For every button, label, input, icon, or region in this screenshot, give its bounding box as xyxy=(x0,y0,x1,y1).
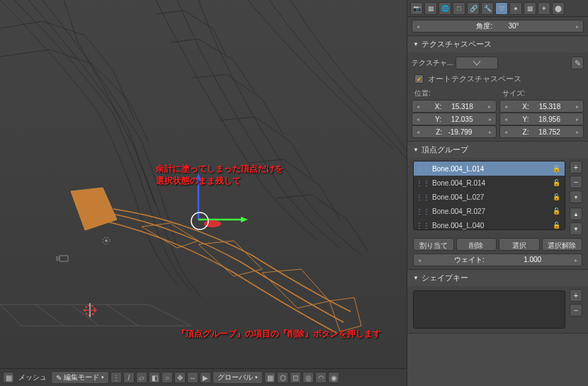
vertex-group-item[interactable]: ⋮⋮Bone.004_L.040🔓 xyxy=(414,218,565,230)
svg-point-9 xyxy=(191,212,208,229)
select-mode-edge[interactable]: / xyxy=(123,372,135,383)
vgroup-icon: ⋮⋮ xyxy=(418,178,428,188)
add-shapekey-button[interactable]: + xyxy=(570,289,582,302)
manipulator-translate[interactable]: ▶ xyxy=(200,372,211,383)
size-z-input[interactable]: ◂Z: 18.752▸ xyxy=(499,125,584,138)
tab-render[interactable]: 📷 xyxy=(410,2,423,15)
auto-texspace-label: オートテクスチャスペース xyxy=(428,74,521,84)
angle-input[interactable]: ◂ 角度: 30° ▸ xyxy=(412,20,584,33)
tab-physics[interactable]: ⬤ xyxy=(552,2,565,15)
vgroup-icon: ⋮⋮ xyxy=(418,192,428,202)
pivot-icon[interactable]: ✥ xyxy=(174,372,186,383)
add-vgroup-button[interactable]: + xyxy=(570,161,582,174)
selection-circle xyxy=(190,211,210,231)
snap-type-icon[interactable]: ⊡ xyxy=(290,372,301,383)
svg-marker-3 xyxy=(241,217,248,222)
weight-input[interactable]: ◂ ウェイト: 1.000 ▸ xyxy=(413,254,582,266)
mode-dropdown[interactable]: ✎編集モード▾ xyxy=(51,371,109,384)
remove-shapekey-button[interactable]: − xyxy=(570,304,582,317)
tab-scene[interactable]: ▦ xyxy=(424,2,437,15)
shape-keys-header[interactable]: ▼シェイプキー xyxy=(407,270,588,286)
vertex-group-item[interactable]: ⋮⋮Bone.004_L.027🔓 xyxy=(414,190,565,204)
orientation-dropdown[interactable]: グローバル▾ xyxy=(213,371,263,384)
vgroup-icon: ⋮⋮ xyxy=(418,206,428,216)
size-x-input[interactable]: ◂X: 15.318▸ xyxy=(499,100,584,113)
lock-icon[interactable]: 🔓 xyxy=(553,179,560,186)
position-label: 位置: xyxy=(412,87,497,100)
texture-label: テクスチャ... xyxy=(412,58,453,68)
tab-world[interactable]: 🌐 xyxy=(439,2,451,15)
opengl-render-icon[interactable]: ◉ xyxy=(328,372,339,383)
3d-viewport[interactable]: 余計に塗ってしまった頂点だけを 選択状態のまま残して 『頂点グループ』の項目の『… xyxy=(0,0,407,368)
tab-particle[interactable]: ✦ xyxy=(538,2,550,15)
mesh-label: メッシュ xyxy=(16,373,50,382)
remove-button[interactable]: 削除 xyxy=(456,238,497,251)
remove-vgroup-button[interactable]: − xyxy=(570,176,582,188)
svg-point-8 xyxy=(106,240,108,242)
select-mode-vertex[interactable]: ⋮ xyxy=(111,372,122,383)
proportional-falloff[interactable]: ◠ xyxy=(315,372,327,383)
texture-space-header[interactable]: ▼テクスチャスペース xyxy=(407,36,588,52)
camera-icon xyxy=(57,256,68,261)
lock-icon[interactable]: 🔓 xyxy=(553,193,560,200)
shape-key-list[interactable] xyxy=(413,290,565,329)
editor-type-icon[interactable]: ▦ xyxy=(3,372,14,383)
size-label: サイズ: xyxy=(499,87,584,100)
lock-icon[interactable]: 🔓 xyxy=(553,222,560,229)
proportional-icon[interactable]: ◎ xyxy=(303,372,314,383)
vgroup-icon: ⋮⋮ xyxy=(418,164,428,174)
lock-icon[interactable]: 🔓 xyxy=(553,208,560,215)
properties-panel: 📷 ▦ 🌐 □ 🔗 🔧 ▽ ● ▩ ✦ ⬤ ◂ 角度: 30° ▸ ▼テクスチャ… xyxy=(407,0,588,386)
pos-z-input[interactable]: ◂Z: -19.799▸ xyxy=(412,125,497,138)
eyedropper-icon[interactable]: ✎ xyxy=(571,57,584,69)
move-vgroup-up[interactable]: ▲ xyxy=(570,208,582,220)
texture-coord-dropdown[interactable] xyxy=(456,57,498,69)
property-tabs: 📷 ▦ 🌐 □ 🔗 🔧 ▽ ● ▩ ✦ ⬤ xyxy=(407,0,588,17)
manipulator-toggle[interactable]: ↔ xyxy=(187,372,198,383)
move-vgroup-down[interactable]: ▼ xyxy=(570,222,582,235)
limit-selection-icon[interactable]: ◧ xyxy=(149,372,160,383)
size-y-input[interactable]: ◂Y: 18.956▸ xyxy=(499,113,584,125)
snap-icon[interactable]: ⬡ xyxy=(277,372,288,383)
vertex-group-item[interactable]: ⋮⋮Bone.004_L.014🔓 xyxy=(414,161,565,176)
tab-object[interactable]: □ xyxy=(453,2,465,15)
tab-constraint[interactable]: 🔗 xyxy=(467,2,480,15)
vgroup-icon: ⋮⋮ xyxy=(418,220,428,230)
tab-texture[interactable]: ▩ xyxy=(524,2,536,15)
tab-modifier[interactable]: 🔧 xyxy=(481,2,494,15)
annotation-text-2: 『頂点グループ』の項目の『削除』ボタンを押します xyxy=(177,328,381,340)
vertex-groups-header[interactable]: ▼頂点グループ xyxy=(407,142,588,158)
vertex-group-list[interactable]: ⋮⋮Bone.004_L.014🔓 ⋮⋮Bone.004_R.014🔓 ⋮⋮Bo… xyxy=(413,161,565,230)
lock-icon[interactable]: 🔓 xyxy=(553,165,560,172)
vertex-group-item[interactable]: ⋮⋮Bone.004_R.014🔓 xyxy=(414,176,565,190)
vgroup-specials-button[interactable]: ▾ xyxy=(570,191,582,203)
assign-button[interactable]: 割り当て xyxy=(413,238,454,251)
shading-icon[interactable]: ○ xyxy=(162,372,173,383)
select-mode-face[interactable]: ▱ xyxy=(136,372,147,383)
select-button[interactable]: 選択 xyxy=(499,238,540,251)
vertex-group-item[interactable]: ⋮⋮Bone.004_R.027🔓 xyxy=(414,204,565,218)
pos-y-input[interactable]: ◂Y: 12.035▸ xyxy=(412,113,497,125)
deselect-button[interactable]: 選択解除 xyxy=(542,238,583,251)
annotation-text-1: 余計に塗ってしまった頂点だけを 選択状態のまま残して xyxy=(156,163,283,187)
auto-texspace-checkbox[interactable]: ✔ xyxy=(414,74,424,84)
layer-icon[interactable]: ▦ xyxy=(264,372,276,383)
viewport-header: ▦ メッシュ ✎編集モード▾ ⋮ / ▱ ◧ ○ ✥ ↔ ▶ グローバル▾ ▦ … xyxy=(0,368,407,386)
pos-x-input[interactable]: ◂X: 15.318▸ xyxy=(412,100,497,113)
tab-data[interactable]: ▽ xyxy=(495,2,508,15)
tab-material[interactable]: ● xyxy=(509,2,522,15)
